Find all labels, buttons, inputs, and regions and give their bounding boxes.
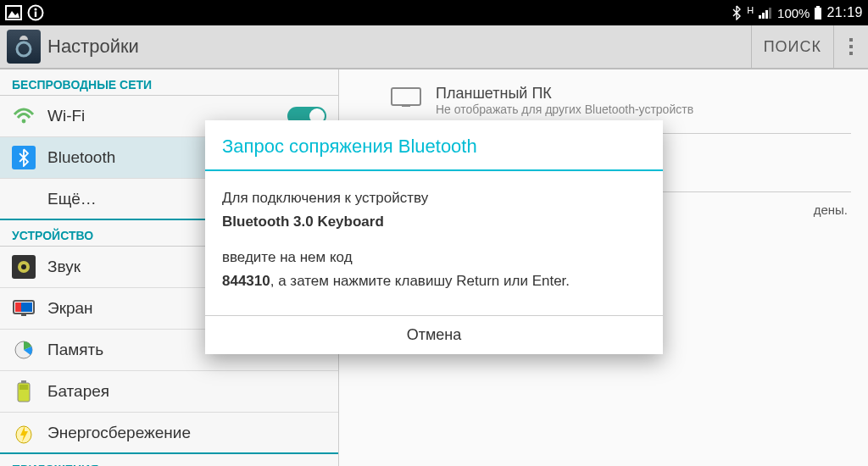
dialog-line1: Для подключения к устройству	[222, 188, 646, 208]
svg-rect-5	[759, 15, 761, 19]
bluetooth-icon	[12, 146, 36, 169]
battery-pct-label: 100%	[777, 6, 810, 20]
device-title: Планшетный ПК	[436, 85, 693, 103]
page-title: Настройки	[47, 36, 751, 58]
svg-marker-1	[8, 11, 19, 18]
cancel-button[interactable]: Отмена	[205, 316, 663, 354]
battery-icon	[815, 6, 821, 19]
tablet-icon	[390, 85, 422, 112]
sidebar-item-label: Батарея	[47, 382, 326, 401]
action-bar: Настройки ПОИСК	[0, 25, 868, 69]
dialog-title: Запрос сопряжения Bluetooth	[205, 120, 663, 169]
sidebar-item-power[interactable]: Энергосбережение	[0, 413, 338, 454]
bluetooth-status-icon	[732, 5, 742, 20]
svg-point-3	[34, 8, 36, 10]
section-header-apps: ПРИЛОЖЕНИЯ	[0, 454, 338, 466]
display-icon	[12, 297, 36, 320]
dialog-line2-post: , а затем нажмите клавишу Return или Ent…	[270, 273, 570, 289]
svg-rect-7	[765, 10, 768, 19]
sound-icon	[12, 255, 36, 279]
status-clock: 21:19	[826, 5, 863, 20]
sidebar-item-label: Энергосбережение	[47, 424, 326, 442]
info-icon	[27, 4, 44, 21]
svg-rect-4	[35, 12, 36, 18]
overflow-menu-button[interactable]	[834, 25, 868, 68]
storage-icon	[12, 338, 36, 362]
device-subtitle: Не отображать для других Bluetooth-устро…	[436, 103, 693, 116]
wifi-icon	[12, 104, 36, 128]
signal-icon	[759, 7, 772, 19]
svg-rect-27	[392, 88, 420, 105]
sidebar-item-battery[interactable]: Батарея	[0, 371, 338, 413]
svg-rect-25	[19, 385, 28, 390]
svg-rect-12	[849, 38, 853, 42]
dialog-body: Для подключения к устройству Bluetooth 3…	[205, 171, 663, 314]
search-button[interactable]: ПОИСК	[751, 25, 834, 68]
svg-rect-8	[769, 8, 771, 19]
svg-rect-6	[762, 13, 765, 19]
dialog-line2-pre: введите на нем код	[222, 247, 646, 268]
network-type-label: H	[747, 5, 754, 15]
svg-point-17	[21, 264, 26, 269]
svg-rect-20	[15, 302, 21, 312]
svg-point-11	[17, 42, 31, 56]
pairing-dialog: Запрос сопряжения Bluetooth Для подключе…	[205, 120, 663, 353]
svg-rect-28	[402, 105, 410, 107]
dialog-pin: 844310	[222, 273, 270, 289]
battery-menu-icon	[12, 380, 36, 403]
svg-rect-21	[21, 313, 26, 316]
svg-rect-13	[849, 45, 853, 48]
dialog-device-name: Bluetooth 3.0 Keyboard	[222, 212, 646, 232]
image-icon	[5, 5, 22, 20]
status-bar: H 100% 21:19	[0, 0, 868, 25]
section-header-wireless: БЕСПРОВОДНЫЕ СЕТИ	[0, 69, 338, 96]
app-icon	[7, 30, 41, 64]
svg-rect-14	[849, 52, 853, 55]
dialog-pin-line: 844310, а затем нажмите клавишу Return и…	[222, 271, 646, 291]
power-saving-icon	[12, 421, 36, 445]
svg-rect-10	[815, 8, 821, 19]
svg-rect-9	[816, 6, 820, 8]
svg-point-15	[22, 119, 26, 124]
